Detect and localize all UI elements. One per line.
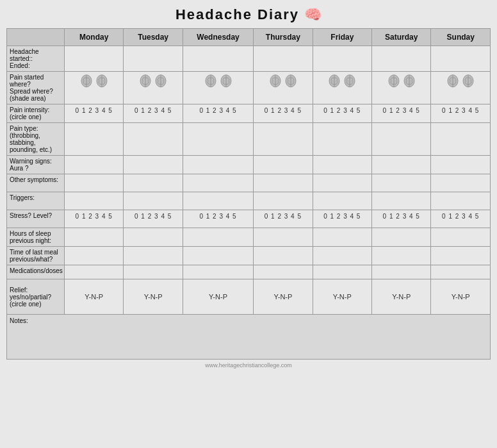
day-cell (254, 123, 313, 156)
friday-header: Friday (313, 29, 371, 46)
row-label: Medications/doses (7, 265, 65, 279)
day-cell (65, 156, 124, 174)
relief-cell: Y-N-P (183, 279, 253, 315)
brain-icon (95, 74, 109, 88)
saturday-header: Saturday (372, 29, 431, 46)
pain-numbers: 0 1 2 3 4 5 (313, 104, 371, 123)
day-cell (124, 265, 183, 279)
day-cell (431, 247, 491, 265)
brain-cell (313, 72, 371, 104)
brain-icon (387, 74, 401, 88)
day-cell (431, 156, 491, 174)
day-cell (65, 247, 124, 265)
day-cell (65, 46, 124, 72)
row-label: Pain started where?Spread where?(shade a… (7, 72, 65, 104)
brain-cell (372, 72, 431, 104)
row-label: Hours of sleepprevious night: (7, 228, 65, 247)
day-cell (124, 228, 183, 247)
pain-numbers: 0 1 2 3 4 5 (372, 104, 431, 123)
day-cell (183, 156, 253, 174)
brain-icon (79, 74, 94, 88)
day-cell (124, 192, 183, 210)
day-cell (254, 192, 313, 210)
table-row: Other symptoms: (7, 174, 491, 192)
day-cell (254, 156, 313, 174)
day-cell (124, 174, 183, 192)
day-cell (183, 46, 253, 72)
pain-numbers: 0 1 2 3 4 5 (431, 104, 491, 123)
day-cell (65, 174, 124, 192)
stress-numbers: 0 1 2 3 4 5 (124, 210, 183, 228)
row-label: Warning signs:Aura ? (7, 156, 65, 174)
relief-cell: Y-N-P (124, 279, 183, 315)
day-cell (183, 247, 253, 265)
day-cell (183, 123, 253, 156)
day-cell (313, 156, 371, 174)
day-cell (431, 174, 491, 192)
header-row: Monday Tuesday Wednesday Thursday Friday… (7, 29, 491, 46)
day-cell (313, 123, 371, 156)
footer: www.heritagechristiancollege.com (6, 362, 491, 369)
table-row: Pain type:(throbbing, stabbing,pounding,… (7, 123, 491, 156)
day-cell (431, 265, 491, 279)
table-row: Pain intensity:(circle one) 0 1 2 3 4 5 … (7, 104, 491, 123)
day-cell (124, 247, 183, 265)
thursday-header: Thursday (254, 29, 313, 46)
day-cell (254, 247, 313, 265)
day-cell (313, 265, 371, 279)
table-row: Time of last mealprevious/what? (7, 247, 491, 265)
row-label: Relief:yes/no/partial?(circle one) (7, 279, 65, 315)
day-cell (313, 192, 371, 210)
day-cell (372, 192, 431, 210)
table-row: Triggers: (7, 192, 491, 210)
brain-cell (124, 72, 183, 104)
day-cell (372, 228, 431, 247)
row-label: Pain type:(throbbing, stabbing,pounding,… (7, 123, 65, 156)
day-cell (65, 265, 124, 279)
brain-icon (446, 74, 460, 88)
stress-numbers: 0 1 2 3 4 5 (431, 210, 491, 228)
table-row: Pain started where?Spread where?(shade a… (7, 72, 491, 104)
row-label: Pain intensity:(circle one) (7, 104, 65, 123)
table-row: Hours of sleepprevious night: (7, 228, 491, 247)
day-cell (124, 156, 183, 174)
stress-numbers: 0 1 2 3 4 5 (313, 210, 371, 228)
table-row: Warning signs:Aura ? (7, 156, 491, 174)
brain-cell (254, 72, 313, 104)
wednesday-header: Wednesday (183, 29, 253, 46)
label-header (7, 29, 65, 46)
brain-icon: 🧠 (304, 6, 322, 23)
row-label: Stress? Level? (7, 210, 65, 228)
pain-numbers: 0 1 2 3 4 5 (65, 104, 124, 123)
table-row: Relief:yes/no/partial?(circle one) Y-N-P… (7, 279, 491, 315)
day-cell (124, 46, 183, 72)
day-cell (313, 46, 371, 72)
table-row: Medications/doses (7, 265, 491, 279)
day-cell (372, 265, 431, 279)
day-cell (254, 174, 313, 192)
day-cell (254, 265, 313, 279)
relief-cell: Y-N-P (65, 279, 124, 315)
relief-cell: Y-N-P (313, 279, 371, 315)
day-cell (183, 174, 253, 192)
brain-icon (268, 74, 282, 88)
row-label: Triggers: (7, 192, 65, 210)
day-cell (313, 247, 371, 265)
day-cell (183, 228, 253, 247)
diary-table: Monday Tuesday Wednesday Thursday Friday… (6, 28, 491, 360)
brain-icon (343, 74, 357, 88)
row-label: Other symptoms: (7, 174, 65, 192)
day-cell (254, 228, 313, 247)
day-cell (431, 46, 491, 72)
day-cell (124, 123, 183, 156)
day-cell (183, 265, 253, 279)
day-cell (372, 123, 431, 156)
footer-text: www.heritagechristiancollege.com (205, 362, 292, 369)
table-row: Headache started::Ended: (7, 46, 491, 72)
stress-numbers: 0 1 2 3 4 5 (183, 210, 253, 228)
brain-icon (154, 74, 168, 88)
day-cell (372, 247, 431, 265)
title-bar: Headache Diary 🧠 (6, 6, 491, 23)
stress-numbers: 0 1 2 3 4 5 (254, 210, 313, 228)
day-cell (431, 123, 491, 156)
